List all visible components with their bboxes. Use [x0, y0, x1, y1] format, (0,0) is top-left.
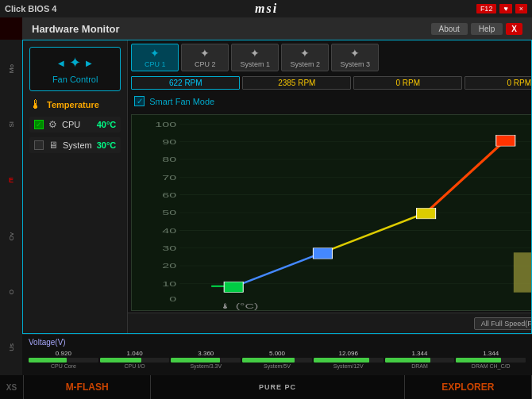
chart-area: 100 90 80 70 60 50 40 30 20 10 0: [131, 114, 532, 311]
voltage-sys12-track: [314, 358, 384, 363]
about-button[interactable]: About: [431, 23, 468, 35]
svg-text:40: 40: [163, 226, 177, 234]
main-content: Hardware Monitor About Help X ◀ ✦ ▶ Fan …: [22, 17, 532, 375]
chart-section: ✦ CPU 1 ✦ CPU 2 ✦ System 1 ✦ System 2 ✦: [128, 40, 532, 333]
voltage-dram-chcd-val: 1.344: [483, 350, 499, 357]
rpm-cpu1-input[interactable]: [131, 76, 240, 90]
voltage-sys12-val: 12.096: [339, 350, 358, 357]
side-strip: Mo SI E Ov O Us: [0, 40, 22, 375]
arrow-right-icon: ▶: [86, 59, 92, 67]
system-icon: 🖥: [48, 140, 58, 151]
voltage-cpu-io-name: CPU I/O: [125, 363, 145, 369]
thermometer-icon: 🌡: [29, 98, 42, 112]
fan-tab-label-cpu2: CPU 2: [195, 60, 216, 68]
svg-text:90: 90: [163, 138, 177, 146]
fan-tab-icon-cpu1: ✦: [150, 47, 160, 59]
voltage-dram-chcd: 1.344 DRAM CH_C/D: [456, 350, 526, 369]
cpu-temp-name: CPU: [62, 120, 92, 129]
fan-tab-icon-sys2: ✦: [300, 47, 310, 59]
temperature-label: Temperature: [47, 100, 99, 109]
temperature-header: 🌡 Temperature: [29, 98, 121, 112]
voltage-cpu-core: 0.920 CPU Core: [29, 350, 98, 369]
system-temp-value: 30°C: [97, 140, 117, 150]
fan-icon: ✦: [69, 54, 81, 71]
monitor-area: ◀ ✦ ▶ Fan Control 🌡 Temperature ✓ ⚙ CPU: [22, 40, 532, 334]
check-icon: ✓: [36, 121, 42, 129]
side-label-us: Us: [8, 343, 15, 351]
smart-fan-checkbox[interactable]: ✓: [134, 96, 145, 106]
bottom-nav-logo: PURE PC: [151, 375, 405, 399]
fan-tabs: ✦ CPU 1 ✦ CPU 2 ✦ System 1 ✦ System 2 ✦: [128, 40, 532, 71]
voltage-dram-chcd-fill: [456, 358, 501, 363]
side-label-ov: Ov: [8, 232, 15, 240]
bottom-action-buttons: All Full Speed(F) All Set Default(D) All…: [128, 313, 532, 333]
arrow-left-icon: ◀: [58, 59, 64, 67]
cpu-temp-checkbox[interactable]: ✓: [34, 120, 44, 129]
rpm-sys2-input[interactable]: [465, 76, 532, 90]
close-button[interactable]: X: [506, 23, 522, 35]
voltage-dram-chcd-track: [456, 358, 526, 363]
cpu-temp-value: 40°C: [97, 120, 117, 129]
svg-rect-28: [496, 136, 515, 146]
svg-text:80: 80: [163, 155, 177, 163]
fan-tab-sys1[interactable]: ✦ System 1: [231, 44, 279, 71]
voltage-sys12-fill: [314, 358, 369, 363]
rpm-cpu2-input[interactable]: [242, 76, 351, 90]
bottom-nav-mflash[interactable]: M-FLASH: [24, 375, 151, 399]
header-bar: Hardware Monitor About Help X: [22, 17, 532, 40]
top-bar-left: Click BIOS 4: [5, 4, 56, 13]
smart-fan-label: Smart Fan Mode: [149, 97, 214, 106]
side-label-si: SI: [8, 121, 15, 128]
fan-tab-label-sys3: System 3: [341, 60, 371, 68]
voltage-cpu-core-val: 0.920: [56, 350, 71, 357]
system-temp-name: System: [63, 140, 92, 150]
cpu-icon: ⚙: [48, 119, 57, 130]
voltage-dram: 1.344 DRAM: [385, 350, 455, 369]
help-button[interactable]: Help: [471, 23, 503, 35]
voltage-sys12: 12.096 System/12V: [314, 350, 384, 369]
voltage-cpu-core-fill: [29, 358, 67, 363]
fan-control-box: ◀ ✦ ▶ Fan Control: [29, 47, 121, 91]
side-label-e[interactable]: E: [9, 176, 13, 184]
system-temp-checkbox[interactable]: [34, 140, 44, 150]
f12-button[interactable]: F12: [476, 4, 497, 13]
topbar-close-button[interactable]: ×: [515, 4, 527, 13]
svg-line-22: [235, 252, 322, 286]
cpu-temp-row: ✓ ⚙ CPU 40°C: [29, 117, 121, 132]
svg-line-24: [426, 140, 506, 213]
voltage-cpu-io-track: [100, 358, 170, 363]
fan-tab-label-cpu1: CPU 1: [145, 60, 166, 68]
voltage-dram-fill: [385, 358, 430, 363]
voltage-sys33-val: 3.360: [198, 350, 214, 357]
fan-curve-chart: 100 90 80 70 60 50 40 30 20 10 0: [132, 115, 532, 310]
voltage-sys5-val: 5.000: [269, 350, 285, 357]
fan-tab-sys2[interactable]: ✦ System 2: [281, 44, 329, 71]
bottom-nav-explorer[interactable]: EXPLORER: [405, 375, 532, 399]
svg-text:50: 50: [163, 209, 177, 217]
bottom-nav-xs[interactable]: XS: [0, 375, 24, 399]
svg-rect-29: [514, 252, 532, 292]
heart-button[interactable]: ♥: [499, 4, 511, 13]
svg-text:70: 70: [163, 173, 177, 181]
fan-control-label: Fan Control: [37, 75, 114, 84]
fan-tab-cpu1[interactable]: ✦ CPU 1: [131, 44, 179, 71]
app-title: Click BIOS 4: [5, 4, 56, 13]
header-buttons: About Help X: [431, 23, 522, 35]
fan-tab-label-sys2: System 2: [291, 60, 321, 68]
all-full-speed-button[interactable]: All Full Speed(F): [474, 317, 532, 330]
page-title: Hardware Monitor: [32, 23, 120, 35]
svg-line-23: [323, 213, 426, 252]
side-label-mo: Mo: [8, 64, 15, 73]
voltage-cpu-core-track: [29, 358, 98, 363]
voltage-cpu-core-name: CPU Core: [51, 363, 76, 369]
voltage-sys5-track: [242, 358, 312, 363]
voltage-dram-chcd-name: DRAM CH_C/D: [472, 363, 511, 369]
smart-fan-row: ✓ Smart Fan Mode: [128, 94, 532, 108]
top-bar: Click BIOS 4 msi F12 ♥ ×: [0, 0, 532, 17]
bottom-nav: XS M-FLASH PURE PC EXPLORER: [0, 375, 532, 399]
fan-tab-cpu2[interactable]: ✦ CPU 2: [181, 44, 229, 71]
fan-tab-sys3[interactable]: ✦ System 3: [331, 44, 379, 71]
rpm-sys1-input[interactable]: [353, 76, 462, 90]
svg-text:🌡 (°C): 🌡 (°C): [219, 301, 258, 309]
voltage-sys33-track: [171, 358, 241, 363]
